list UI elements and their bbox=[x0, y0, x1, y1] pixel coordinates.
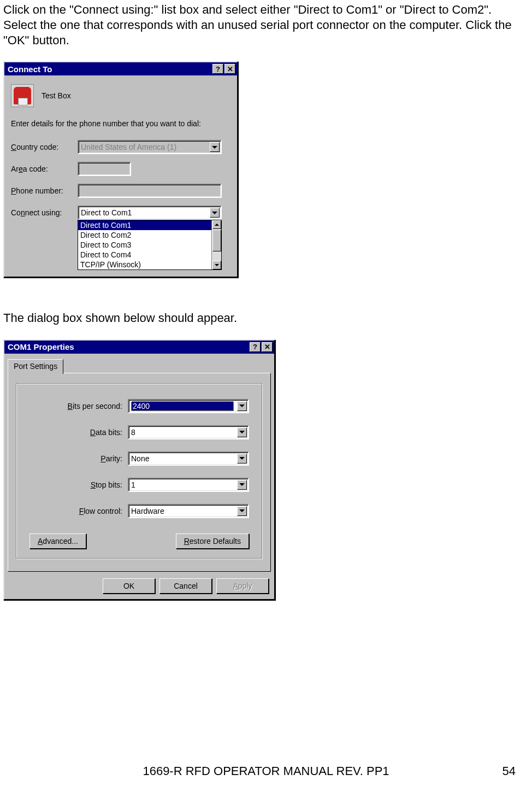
connect-to-dialog: Connect To ? ✕ Test Box Enter details fo… bbox=[3, 61, 238, 278]
data-bits-combo[interactable]: 8 bbox=[128, 425, 249, 439]
page-number: 54 bbox=[503, 764, 516, 778]
data-bits-label: Data bits: bbox=[29, 428, 122, 437]
scroll-down-icon[interactable] bbox=[212, 261, 221, 269]
com1-titlebar: COM1 Properties ? ✕ bbox=[4, 341, 274, 354]
chevron-down-icon[interactable] bbox=[237, 401, 247, 411]
close-button[interactable]: ✕ bbox=[224, 64, 235, 74]
parity-value: None bbox=[131, 454, 149, 463]
stop-bits-combo[interactable]: 1 bbox=[128, 478, 249, 492]
instruction-text: Enter details for the phone number that … bbox=[11, 119, 230, 128]
page-footer: 1669-R RFD OPERATOR MANUAL REV. PP1 54 bbox=[0, 764, 532, 778]
phone-label: Phone number: bbox=[11, 186, 78, 195]
parity-label: Parity: bbox=[29, 454, 122, 463]
list-item[interactable]: Direct to Com1 bbox=[78, 220, 221, 230]
connect-using-combo[interactable]: Direct to Com1 bbox=[78, 206, 222, 220]
stop-bits-value: 1 bbox=[131, 480, 135, 489]
flow-control-label: Flow control: bbox=[29, 507, 122, 515]
country-combo: United States of America (1) bbox=[78, 140, 222, 154]
footer-text: 1669-R RFD OPERATOR MANUAL REV. PP1 bbox=[143, 764, 389, 778]
connect-label: Connect using: bbox=[11, 208, 78, 217]
list-item[interactable]: Direct to Com4 bbox=[78, 250, 221, 260]
connect-value: Direct to Com1 bbox=[81, 208, 132, 217]
connect-to-titlebar: Connect To ? ✕ bbox=[4, 62, 237, 75]
com1-properties-dialog: COM1 Properties ? ✕ Port Settings Bits p… bbox=[3, 339, 275, 600]
bits-per-second-combo[interactable]: 2400 bbox=[128, 399, 249, 413]
cancel-button[interactable]: Cancel bbox=[159, 578, 212, 594]
advanced-button[interactable]: Advanced... bbox=[29, 533, 86, 549]
bits-label: Bits per second: bbox=[29, 402, 122, 410]
list-item[interactable]: Direct to Com3 bbox=[78, 240, 221, 250]
help-icon: ? bbox=[216, 66, 220, 73]
scroll-up-icon[interactable] bbox=[212, 220, 221, 229]
help-button[interactable]: ? bbox=[212, 64, 223, 74]
area-input bbox=[78, 162, 131, 176]
chevron-down-icon[interactable] bbox=[210, 208, 220, 218]
close-icon: ✕ bbox=[227, 66, 233, 73]
phone-input bbox=[78, 184, 222, 198]
phone-icon bbox=[11, 84, 34, 107]
country-label: Country code: bbox=[11, 143, 78, 151]
help-icon: ? bbox=[253, 343, 257, 350]
instruction-para-1: Click on the "Connect using:" list box a… bbox=[3, 2, 521, 48]
scroll-thumb[interactable] bbox=[212, 230, 221, 251]
connection-name: Test Box bbox=[42, 91, 71, 100]
close-icon: ✕ bbox=[264, 343, 270, 350]
connect-to-title: Connect To bbox=[8, 64, 52, 74]
apply-button: Apply bbox=[216, 578, 269, 594]
chevron-down-icon bbox=[210, 142, 220, 152]
chevron-down-icon[interactable] bbox=[237, 506, 247, 516]
ok-button[interactable]: OK bbox=[103, 578, 155, 594]
list-item[interactable]: Direct to Com2 bbox=[78, 230, 221, 240]
parity-combo[interactable]: None bbox=[128, 451, 249, 466]
chevron-down-icon[interactable] bbox=[237, 480, 247, 490]
area-label: Area code: bbox=[11, 165, 78, 173]
stop-bits-label: Stop bits: bbox=[29, 480, 122, 489]
chevron-down-icon[interactable] bbox=[237, 454, 247, 464]
com1-title: COM1 Properties bbox=[8, 342, 74, 351]
data-bits-value: 8 bbox=[131, 428, 135, 437]
flow-control-combo[interactable]: Hardware bbox=[128, 504, 249, 518]
scrollbar[interactable] bbox=[211, 220, 221, 269]
connect-using-dropdown[interactable]: Direct to Com1 Direct to Com2 Direct to … bbox=[78, 220, 222, 270]
list-item[interactable]: TCP/IP (Winsock) bbox=[78, 260, 221, 269]
country-value: United States of America (1) bbox=[81, 143, 176, 151]
flow-control-value: Hardware bbox=[131, 507, 164, 515]
close-button[interactable]: ✕ bbox=[262, 342, 273, 352]
bits-value: 2400 bbox=[131, 401, 234, 411]
tab-port-settings[interactable]: Port Settings bbox=[8, 359, 63, 374]
restore-defaults-button[interactable]: Restore Defaults bbox=[176, 533, 249, 549]
help-button[interactable]: ? bbox=[250, 342, 261, 352]
instruction-para-2: The dialog box shown below should appear… bbox=[3, 310, 521, 326]
chevron-down-icon[interactable] bbox=[237, 427, 247, 437]
